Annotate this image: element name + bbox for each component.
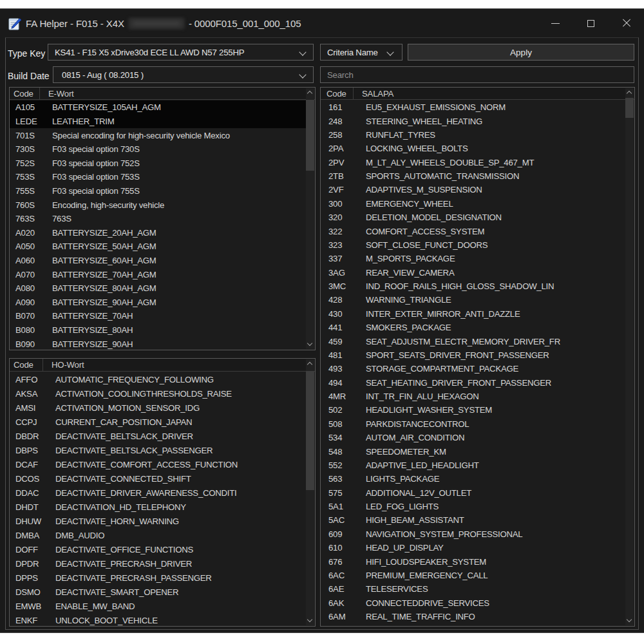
table-row[interactable]: 337M_SPORTS_PACKAGE — [321, 252, 625, 265]
scroll-up-icon[interactable] — [306, 88, 314, 98]
scroll-down-icon[interactable] — [306, 616, 314, 625]
scroll-down-icon[interactable] — [306, 339, 314, 349]
salapa-scrollbar[interactable] — [625, 88, 634, 625]
table-row[interactable]: A060BATTERYSIZE_60AH_AGM — [10, 254, 306, 268]
table-row[interactable]: 322COMFORT_ACCESS_SYSTEM — [321, 224, 625, 238]
table-row[interactable]: 676HIFI_LOUDSPEAKER_SYSTEM — [321, 554, 625, 568]
table-row[interactable]: A070BATTERYSIZE_70AH_AGM — [10, 267, 306, 281]
table-row[interactable]: LEDELEATHER_TRIM — [10, 115, 306, 129]
table-row[interactable]: 300EMERGENCY_WHEEL — [321, 197, 625, 211]
table-row[interactable]: 2PALOCKING_WHEEL_BOLTS — [321, 142, 625, 155]
table-row[interactable]: DBPSDEACTIVATE_BELTSLACK_PASSENGER — [10, 443, 306, 457]
table-row[interactable]: 752SF03 special option 752S — [10, 156, 306, 170]
table-row[interactable]: 5A1LED_FOG_LIGHTS — [321, 500, 625, 513]
table-row[interactable]: 502HEADLIGHT_WASHER_SYSTEM — [321, 403, 625, 417]
criteria-combobox[interactable]: Criteria Name — [320, 44, 402, 61]
table-row[interactable]: 161EU5_EXHAUST_EMISSIONS_NORM — [321, 100, 625, 114]
table-row[interactable]: 320DELETION_MODEL_DESIGNATION — [321, 211, 625, 224]
table-row[interactable]: A090BATTERYSIZE_90AH_AGM — [10, 296, 306, 310]
ewort-header[interactable]: Code E-Wort — [10, 88, 315, 100]
table-row[interactable]: 609NAVIGATION_SYSTEM_PROFESSIONAL — [321, 527, 625, 541]
ewort-scrollbar[interactable] — [306, 88, 314, 349]
table-row[interactable]: 5ACHIGH_BEAM_ASSISTANT — [321, 513, 625, 527]
table-row[interactable]: DHDTDEACTIVATION_HD_TELEPHONY — [10, 500, 306, 514]
table-row[interactable]: 248STEERING_WHEEL_HEATING — [321, 114, 625, 128]
table-row[interactable]: 6ACPREMIUM_EMERGENCY_CALL — [321, 569, 625, 582]
table-row[interactable]: 459SEAT_ADJUSTM_ELECTR_MEMORY_DRIVER_FR — [321, 334, 625, 348]
table-row[interactable]: EMWBENABLE_MW_BAND — [10, 599, 306, 613]
table-row[interactable]: DCOSDEACTIVATE_CONNECTED_SHIFT — [10, 471, 306, 486]
title-bar: FA Helper - F015 - X4X - 0000F015_001_00… — [0, 9, 644, 37]
scroll-thumb[interactable] — [306, 100, 314, 171]
table-row[interactable]: B090BATTERYSIZE_90AH — [10, 337, 306, 350]
table-row[interactable]: DHUWDEACTIVATE_HORN_WARNING — [10, 514, 306, 528]
scroll-up-icon[interactable] — [306, 359, 314, 369]
table-row[interactable]: 481SPORT_SEATS_DRIVER_FRONT_PASSENGER — [321, 348, 625, 362]
table-row[interactable]: 494SEAT_HEATING_DRIVER_FRONT_PASSENGER — [321, 376, 625, 390]
table-row[interactable]: 3AGREAR_VIEW_CAMERA — [321, 266, 625, 279]
table-row[interactable]: CCPJCURRENT_CAR_POSITION_JAPAN — [10, 415, 306, 429]
table-row[interactable]: 552ADAPTIVE_LED_HEADLIGHT — [321, 459, 625, 472]
close-icon — [622, 19, 631, 28]
table-row[interactable]: 3MCIND_ROOF_RAILS_HIGH_GLOSS_SHADOW_LIN — [321, 279, 625, 293]
howort-scrollbar[interactable] — [306, 359, 314, 625]
apply-button[interactable]: Apply — [408, 44, 634, 61]
table-row[interactable]: 2TBSPORTS_AUTOMATIC_TRANSMISSION — [321, 169, 625, 183]
table-row[interactable]: 493STORAGE_COMPARTMENT_PACKAGE — [321, 362, 625, 375]
table-row[interactable]: 6AETELESERVICES — [321, 582, 625, 596]
scroll-thumb[interactable] — [625, 98, 634, 118]
scroll-thumb[interactable] — [306, 371, 314, 490]
minimize-button[interactable] — [538, 9, 573, 37]
table-row[interactable]: 323SOFT_CLOSE_FUNCT_DOORS — [321, 238, 625, 252]
table-row[interactable]: 508PARKDISTANCECONTROL — [321, 417, 625, 431]
table-row[interactable]: 763S763S — [10, 212, 306, 226]
maximize-button[interactable] — [573, 9, 609, 37]
table-row[interactable]: DSMODEACTIVATE_SMART_OPENER — [10, 585, 306, 599]
table-row[interactable]: 701SSpecial encoding for high-security v… — [10, 128, 306, 142]
search-input[interactable]: Search — [320, 66, 634, 83]
table-row[interactable]: 760SEncoding, high-security vehicle — [10, 198, 306, 212]
howort-header[interactable]: Code HO-Wort — [10, 359, 315, 372]
table-row[interactable]: DBDRDEACTIVATE_BELTSLACK_DRIVER — [10, 429, 306, 443]
table-row[interactable]: 6AKCONNECTEDDRIVE_SERVICES — [321, 596, 625, 610]
table-row[interactable]: DMBADMB_AUDIO — [10, 528, 306, 542]
table-row[interactable]: 258RUNFLAT_TYRES — [321, 128, 625, 142]
build-date-combobox[interactable]: 0815 - Aug ( 08.2015 ) — [53, 66, 314, 83]
table-row[interactable]: 6AMREAL_TIME_TRAFFIC_INFO — [321, 610, 625, 623]
scroll-down-icon[interactable] — [625, 616, 634, 625]
table-row[interactable]: ENKFUNLOCK_BOOT_VEHICLE — [10, 613, 306, 626]
table-row[interactable]: 548SPEEDOMETER_KM — [321, 444, 625, 458]
table-row[interactable]: B080BATTERYSIZE_80AH — [10, 323, 306, 337]
scroll-up-icon[interactable] — [625, 88, 634, 98]
table-row[interactable]: 4MRINT_TR_FIN_ALU_HEXAGON — [321, 390, 625, 403]
table-row[interactable]: 563LIGHTS_PACKAGE — [321, 472, 625, 486]
table-row[interactable]: 430INTER_EXTER_MIRROR_ANTI_DAZZLE — [321, 307, 625, 321]
table-row[interactable]: A050BATTERYSIZE_50AH_AGM — [10, 240, 306, 254]
table-row[interactable]: 441SMOKERS_PACKAGE — [321, 321, 625, 334]
table-row[interactable]: A020BATTERYSIZE_20AH_AGM — [10, 225, 306, 240]
table-row[interactable]: DPPSDEACTIVATE_PRECRASH_PASSENGER — [10, 571, 306, 585]
table-row[interactable]: DDACDEACTIVATE_DRIVER_AWARENESS_CONDITI — [10, 486, 306, 500]
table-row[interactable]: 534AUTOM_AIR_CONDITION — [321, 431, 625, 444]
table-row[interactable]: AKSAACTIVATION_COOLINGTHRESHOLDS_RAISE — [10, 386, 306, 401]
table-row[interactable]: 575ADDITIONAL_12V_OUTLET — [321, 486, 625, 500]
table-row[interactable]: A105BATTERYSIZE_105AH_AGM — [10, 100, 306, 115]
table-row[interactable]: A080BATTERYSIZE_80AH_AGM — [10, 281, 306, 296]
table-row[interactable]: AFFOAUTOMATIC_FREQUENCY_FOLLOWING — [10, 372, 306, 386]
table-row[interactable]: DPDRDEACTIVATE_PRECRASH_DRIVER — [10, 556, 306, 571]
minimize-icon — [551, 23, 560, 24]
table-row[interactable]: 2VFADAPTIVES_M_SUSPENSION — [321, 183, 625, 196]
type-key-combobox[interactable]: KS41 - F15 X5 xDrive30d ECE LL AWD N57 2… — [48, 44, 314, 61]
table-row[interactable]: 428WARNING_TRIANGLE — [321, 293, 625, 307]
table-row[interactable]: B070BATTERYSIZE_70AH — [10, 309, 306, 323]
table-row[interactable]: 730SF03 special option 730S — [10, 142, 306, 156]
table-row[interactable]: DCAFDEACTIVATE_COMFORT_ACCESS_FUNCTION — [10, 457, 306, 471]
table-row[interactable]: AMSIACTIVATION_MOTION_SENSOR_IDG — [10, 401, 306, 415]
table-row[interactable]: 610HEAD_UP_DISPLAY — [321, 541, 625, 554]
table-row[interactable]: 755SF03 special option 755S — [10, 184, 306, 198]
table-row[interactable]: 753SF03 special option 753S — [10, 170, 306, 184]
table-row[interactable]: 2PVM_LT_ALY_WHEELS_DOUBLE_SP_467_MT — [321, 156, 625, 169]
salapa-header[interactable]: Code SALAPA — [321, 88, 634, 100]
close-button[interactable] — [609, 9, 644, 37]
table-row[interactable]: DOFFDEACTIVATE_OFFICE_FUNCTIONS — [10, 542, 306, 556]
